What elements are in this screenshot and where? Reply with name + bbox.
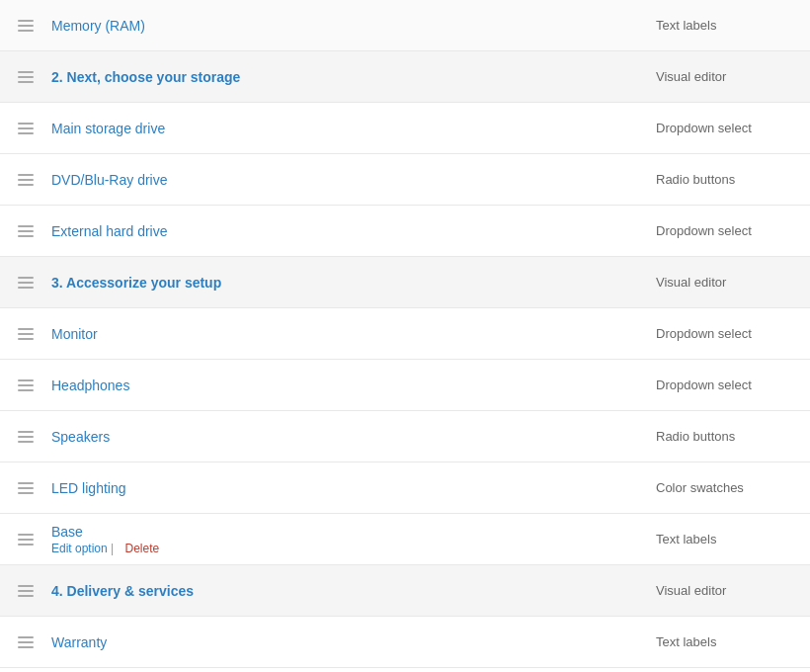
options-list: Memory (RAM)Text labels2. Next, choose y… [0, 0, 810, 668]
list-row-next-storage: 2. Next, choose your storageVisual edito… [0, 51, 810, 103]
row-label-headphones: Headphones [51, 378, 656, 393]
drag-handle-speakers[interactable] [16, 427, 36, 447]
row-type-next-storage: Visual editor [656, 69, 794, 84]
drag-handle-delivery-services[interactable] [16, 581, 36, 601]
row-main-label-speakers[interactable]: Speakers [51, 429, 656, 445]
list-row-led-lighting: LED lightingColor swatches [0, 462, 810, 514]
row-type-led-lighting: Color swatches [656, 480, 794, 495]
list-row-base: BaseEdit option | DeleteText labels [0, 514, 810, 565]
drag-handle-accessorize-setup[interactable] [16, 273, 36, 293]
drag-handle-dvd-bluray[interactable] [16, 170, 36, 190]
row-type-headphones: Dropdown select [656, 378, 794, 392]
drag-handle-warranty[interactable] [16, 632, 36, 652]
list-row-accessorize-setup: 3. Accessorize your setupVisual editor [0, 257, 810, 308]
row-type-accessorize-setup: Visual editor [656, 275, 794, 290]
drag-handle-next-storage[interactable] [16, 67, 36, 87]
row-main-label-accessorize-setup[interactable]: 3. Accessorize your setup [51, 275, 656, 291]
drag-handle-memory-ram[interactable] [16, 16, 36, 36]
row-label-warranty: Warranty [51, 634, 656, 650]
list-row-memory-ram: Memory (RAM)Text labels [0, 0, 810, 51]
delete-link-base[interactable]: Delete [125, 542, 160, 555]
row-main-label-warranty[interactable]: Warranty [51, 634, 656, 650]
drag-handle-external-hard-drive[interactable] [16, 221, 36, 241]
row-main-label-memory-ram[interactable]: Memory (RAM) [51, 18, 656, 34]
row-main-label-main-storage[interactable]: Main storage drive [51, 121, 656, 136]
drag-handle-monitor[interactable] [16, 324, 36, 344]
row-label-led-lighting: LED lighting [51, 480, 656, 496]
list-row-dvd-bluray: DVD/Blu-Ray driveRadio buttons [0, 154, 810, 206]
list-row-warranty: WarrantyText labels [0, 617, 810, 668]
row-type-main-storage: Dropdown select [656, 121, 794, 135]
drag-handle-led-lighting[interactable] [16, 478, 36, 498]
row-type-dvd-bluray: Radio buttons [656, 172, 794, 187]
row-main-label-delivery-services[interactable]: 4. Delivery & services [51, 583, 656, 599]
row-main-label-base[interactable]: Base [51, 524, 656, 540]
edit-option-link-base[interactable]: Edit option [51, 542, 108, 555]
row-label-dvd-bluray: DVD/Blu-Ray drive [51, 172, 656, 188]
row-main-label-external-hard-drive[interactable]: External hard drive [51, 223, 656, 239]
list-row-speakers: SpeakersRadio buttons [0, 411, 810, 462]
list-row-headphones: HeadphonesDropdown select [0, 360, 810, 411]
drag-handle-base[interactable] [16, 530, 36, 549]
row-main-label-monitor[interactable]: Monitor [51, 326, 656, 342]
row-label-monitor: Monitor [51, 326, 656, 342]
row-label-delivery-services: 4. Delivery & services [51, 583, 656, 599]
row-type-warranty: Text labels [656, 634, 794, 649]
row-label-base: BaseEdit option | Delete [51, 524, 656, 555]
row-type-external-hard-drive: Dropdown select [656, 223, 794, 238]
list-row-monitor: MonitorDropdown select [0, 308, 810, 360]
drag-handle-headphones[interactable] [16, 376, 36, 395]
row-label-main-storage: Main storage drive [51, 121, 656, 136]
drag-handle-main-storage[interactable] [16, 119, 36, 138]
row-type-delivery-services: Visual editor [656, 583, 794, 598]
row-main-label-dvd-bluray[interactable]: DVD/Blu-Ray drive [51, 172, 656, 188]
row-main-label-headphones[interactable]: Headphones [51, 378, 656, 393]
row-main-label-led-lighting[interactable]: LED lighting [51, 480, 656, 496]
row-type-monitor: Dropdown select [656, 326, 794, 341]
separator-base: | [108, 542, 118, 555]
row-sub-actions-base: Edit option | Delete [51, 542, 656, 555]
row-type-memory-ram: Text labels [656, 18, 794, 33]
row-label-accessorize-setup: 3. Accessorize your setup [51, 275, 656, 291]
list-row-external-hard-drive: External hard driveDropdown select [0, 206, 810, 257]
row-label-external-hard-drive: External hard drive [51, 223, 656, 239]
list-row-delivery-services: 4. Delivery & servicesVisual editor [0, 565, 810, 617]
row-type-speakers: Radio buttons [656, 429, 794, 444]
row-label-speakers: Speakers [51, 429, 656, 445]
row-type-base: Text labels [656, 532, 794, 546]
row-label-memory-ram: Memory (RAM) [51, 18, 656, 34]
row-label-next-storage: 2. Next, choose your storage [51, 69, 656, 85]
row-main-label-next-storage[interactable]: 2. Next, choose your storage [51, 69, 656, 85]
list-row-main-storage: Main storage driveDropdown select [0, 103, 810, 154]
